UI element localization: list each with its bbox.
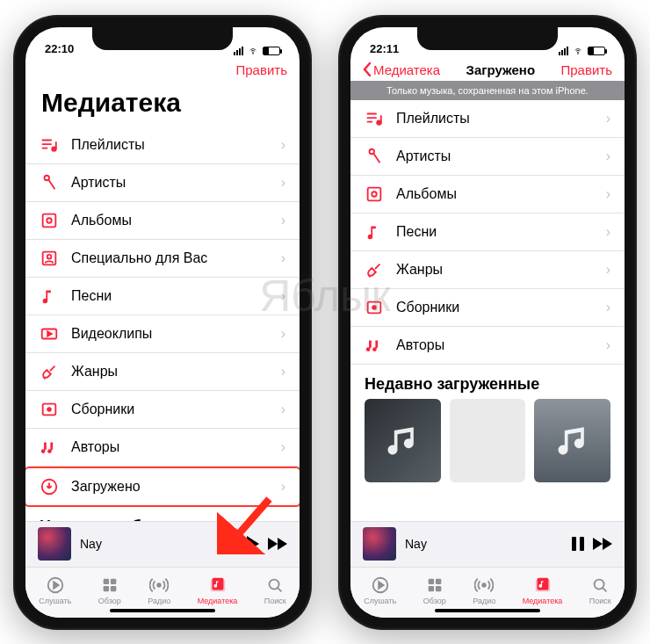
row-label: Сборники — [71, 402, 269, 417]
svg-rect-34 — [368, 187, 381, 200]
edit-button[interactable]: Править — [561, 62, 613, 77]
list-row-album[interactable]: Альбомы› — [350, 176, 625, 213]
album-tile[interactable] — [450, 399, 526, 482]
list-row-guitar[interactable]: Жанры› — [350, 251, 625, 289]
tab-library[interactable]: Медиатека — [523, 575, 563, 605]
note-icon — [40, 286, 59, 306]
list-row-playlist[interactable]: Плейлисты› — [350, 100, 625, 138]
chevron-right-icon: › — [606, 262, 610, 278]
now-playing-title: Nay — [80, 537, 238, 551]
tab-label: Обзор — [423, 597, 446, 605]
edit-button[interactable]: Править — [236, 62, 288, 77]
svg-point-10 — [47, 254, 52, 258]
svg-rect-19 — [103, 586, 108, 591]
row-label: Артисты — [71, 175, 269, 191]
chevron-right-icon: › — [606, 111, 610, 127]
page-title: Медиатека — [25, 81, 300, 127]
svg-point-14 — [47, 408, 51, 411]
tab-search[interactable]: Поиск — [589, 575, 611, 605]
row-label: Песни — [71, 288, 269, 304]
row-label: Жанры — [396, 262, 594, 278]
home-indicator[interactable] — [435, 609, 540, 612]
foryou-icon — [40, 249, 59, 268]
tab-browse[interactable]: Обзор — [423, 575, 446, 605]
forward-button[interactable] — [268, 538, 287, 550]
battery-icon — [263, 47, 280, 55]
guitar-icon — [365, 260, 384, 279]
chevron-right-icon: › — [281, 250, 285, 266]
svg-rect-23 — [212, 578, 223, 590]
album-grid — [350, 399, 625, 488]
tab-listen[interactable]: Слушать — [39, 575, 71, 605]
chevron-right-icon: › — [606, 148, 610, 164]
svg-rect-41 — [436, 579, 441, 584]
now-playing-art — [363, 527, 396, 561]
tab-search[interactable]: Поиск — [264, 575, 286, 605]
row-label: Жанры — [71, 364, 269, 380]
list-row-guitar[interactable]: Жанры› — [25, 353, 300, 391]
list-row-compilation[interactable]: Сборники› — [350, 289, 625, 327]
chevron-right-icon: › — [281, 288, 285, 304]
svg-point-27 — [578, 53, 579, 54]
playlist-icon — [40, 135, 59, 155]
list-row-note[interactable]: Песни› — [350, 213, 625, 251]
svg-point-21 — [157, 583, 161, 587]
tab-radio[interactable]: Радио — [473, 575, 495, 605]
svg-rect-7 — [43, 213, 56, 227]
chevron-right-icon: › — [606, 186, 610, 202]
row-label: Загружено — [71, 479, 269, 495]
svg-line-33 — [373, 153, 379, 163]
cellular-icon — [559, 47, 568, 55]
tab-label: Слушать — [364, 597, 396, 605]
nav-bar: Медиатека Загружено Править — [350, 57, 625, 81]
chevron-right-icon: › — [606, 300, 610, 315]
svg-rect-20 — [111, 586, 116, 591]
status-time: 22:11 — [370, 42, 399, 55]
svg-line-12 — [50, 365, 54, 371]
chevron-right-icon: › — [606, 224, 610, 240]
phone-left: 22:10 Править Медиатека Плейлисты›Артист… — [13, 15, 312, 630]
tab-listen[interactable]: Слушать — [364, 575, 396, 605]
pause-button[interactable] — [572, 537, 584, 551]
status-time: 22:10 — [45, 42, 74, 55]
chevron-right-icon: › — [281, 137, 285, 153]
chevron-right-icon: › — [281, 326, 285, 342]
svg-line-48 — [603, 588, 606, 591]
compilation-icon — [40, 400, 59, 419]
svg-rect-42 — [428, 586, 433, 591]
list-row-playlist[interactable]: Плейлисты› — [25, 127, 300, 164]
tab-library[interactable]: Медиатека — [198, 575, 238, 605]
list-row-foryou[interactable]: Специально для Вас› — [25, 240, 300, 278]
home-indicator[interactable] — [110, 609, 215, 612]
now-playing-bar[interactable]: Nay — [25, 521, 300, 567]
now-playing-art — [38, 527, 71, 561]
list-row-authors[interactable]: Авторы› — [350, 327, 625, 365]
list-row-mic[interactable]: Артисты› — [25, 164, 300, 202]
authors-icon — [365, 336, 384, 355]
album-tile[interactable] — [365, 399, 441, 482]
svg-point-47 — [595, 580, 604, 590]
album-icon — [365, 185, 384, 204]
tab-radio[interactable]: Радио — [148, 575, 170, 605]
list-row-note[interactable]: Песни› — [25, 278, 300, 315]
list-row-mic[interactable]: Артисты› — [350, 138, 625, 176]
list-row-download[interactable]: Загружено› — [25, 467, 300, 507]
chevron-right-icon: › — [281, 175, 285, 191]
row-label: Альбомы — [396, 186, 594, 202]
back-button[interactable]: Медиатека — [363, 62, 440, 77]
forward-button[interactable] — [593, 538, 612, 550]
playlist-icon — [365, 109, 384, 128]
tab-browse[interactable]: Обзор — [98, 575, 121, 605]
mic-icon — [365, 147, 384, 166]
svg-point-8 — [47, 218, 52, 223]
list-row-video[interactable]: Видеоклипы› — [25, 315, 300, 353]
play-button[interactable] — [247, 536, 259, 552]
now-playing-bar[interactable]: Nay — [350, 521, 625, 567]
chevron-right-icon: › — [281, 364, 285, 380]
list-row-album[interactable]: Альбомы› — [25, 202, 300, 240]
list-row-authors[interactable]: Авторы› — [25, 429, 300, 467]
list-row-compilation[interactable]: Сборники› — [25, 391, 300, 429]
phone-right: 22:11 Медиатека Загружено Править Только… — [338, 15, 637, 630]
album-tile[interactable] — [534, 399, 610, 482]
note-icon — [365, 222, 384, 242]
